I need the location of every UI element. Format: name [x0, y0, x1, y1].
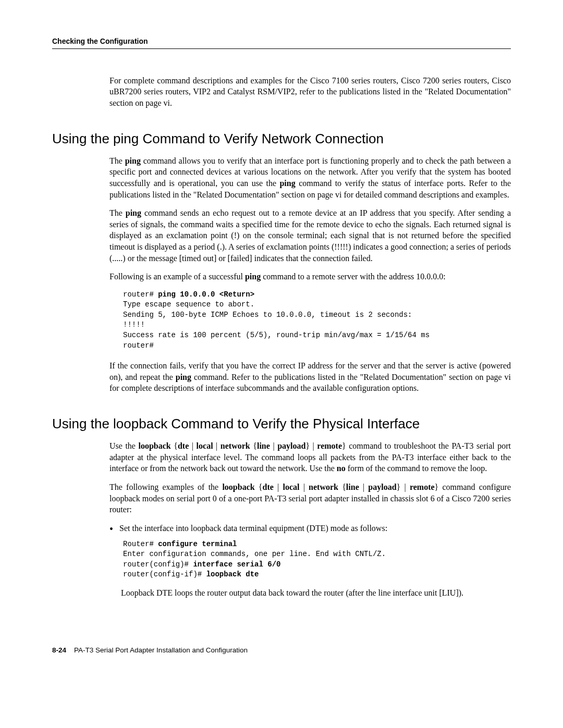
text: command sends an echo request out to a r…: [109, 208, 511, 262]
ping-bold: ping: [245, 272, 261, 281]
cmd-bold: line: [346, 483, 359, 491]
cmd-bold: payload: [277, 441, 305, 450]
cmd-bold: loopback: [139, 441, 171, 450]
code-line: Type escape sequence to abort.: [123, 300, 254, 309]
text: } |: [305, 441, 317, 450]
text: |: [270, 441, 277, 450]
text: {: [338, 483, 346, 491]
code-bold: configure terminal: [158, 540, 237, 548]
code-bold: ping 10.0.0.0 <Return>: [158, 290, 254, 299]
text: {: [255, 483, 263, 491]
cmd-bold: line: [257, 441, 270, 450]
code-line: !!!!!: [123, 320, 145, 329]
code-line: Router#: [123, 540, 158, 548]
code-line: router(config)#: [123, 560, 193, 569]
loopback-para2: The following examples of the loopback {…: [109, 482, 511, 515]
text: |: [299, 483, 309, 491]
ping-para2: The ping command sends an echo request o…: [109, 207, 511, 264]
text: |: [189, 441, 196, 450]
cmd-bold: remote: [410, 483, 435, 491]
ping-para1: The ping command allows you to verify th…: [109, 155, 511, 200]
text: |: [359, 483, 369, 491]
bullet-dot-icon: •: [109, 524, 113, 534]
ping-bold: ping: [279, 179, 295, 188]
ping-para4: If the connection fails, verify that you…: [109, 360, 511, 394]
cmd-bold: local: [197, 441, 213, 450]
text: command to a remote server with the addr…: [261, 272, 446, 281]
cmd-bold: dte: [263, 483, 274, 491]
ping-code-block: router# ping 10.0.0.0 <Return> Type esca…: [123, 290, 511, 351]
text: {: [171, 441, 178, 450]
cmd-bold: local: [283, 483, 299, 491]
ping-bold: ping: [176, 373, 191, 381]
text: form of the command to remove the loop.: [346, 464, 487, 473]
loopback-para1: Use the loopback {dte | local | network …: [109, 440, 511, 474]
text: Use the: [109, 441, 139, 450]
footer-title: PA-T3 Serial Port Adapter Installation a…: [74, 646, 248, 654]
loopback-heading: Using the loopback Command to Verify the…: [52, 415, 511, 433]
text: The: [109, 156, 125, 165]
footer-page-number: 8-24: [52, 646, 66, 654]
text: The: [109, 208, 126, 217]
code-line: router#: [123, 290, 158, 299]
code-bold: interface serial 6/0: [193, 560, 280, 569]
text: {: [250, 441, 257, 450]
text: |: [213, 441, 221, 450]
code-line: router(config-if)#: [123, 570, 206, 578]
intro-paragraph: For complete command descriptions and ex…: [109, 75, 511, 109]
bullet-text: Set the interface into loopback data ter…: [119, 523, 511, 534]
cmd-bold: no: [337, 464, 346, 473]
code-line: router#: [123, 341, 154, 350]
code-line: Enter configuration commands, one per li…: [123, 550, 386, 558]
code-line: Sending 5, 100-byte ICMP Echoes to 10.0.…: [123, 311, 412, 319]
ping-heading: Using the ping Command to Verify Network…: [52, 130, 511, 148]
cmd-bold: dte: [178, 441, 189, 450]
loopback-code-block: Router# configure terminal Enter configu…: [123, 539, 511, 580]
page-footer: 8-24 PA-T3 Serial Port Adapter Installat…: [52, 646, 511, 655]
text: |: [274, 483, 283, 491]
page-header-section: Checking the Configuration: [52, 36, 511, 49]
cmd-bold: loopback: [222, 483, 254, 491]
ping-para3: Following is an example of a successful …: [109, 271, 511, 282]
cmd-bold: network: [221, 441, 250, 450]
code-line: Success rate is 100 percent (5/5), round…: [123, 331, 430, 339]
text: Following is an example of a successful: [109, 272, 245, 281]
bullet-followup: Loopback DTE loops the router output dat…: [121, 587, 511, 599]
cmd-bold: remote: [317, 441, 342, 450]
bullet-item: • Set the interface into loopback data t…: [109, 523, 511, 534]
code-bold: loopback dte: [206, 570, 259, 578]
ping-bold: ping: [125, 156, 141, 165]
ping-bold: ping: [126, 208, 141, 217]
text: The following examples of the: [109, 483, 222, 491]
text: } |: [397, 483, 410, 491]
cmd-bold: network: [309, 483, 338, 491]
cmd-bold: payload: [368, 483, 396, 491]
